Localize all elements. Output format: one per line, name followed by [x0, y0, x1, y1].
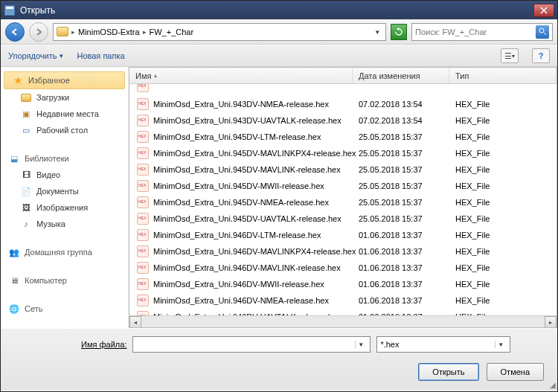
path-segment-2[interactable]: FW_+_Char [150, 28, 194, 36]
file-date: 01.06.2018 13:37 [359, 312, 455, 315]
sidebar-downloads[interactable]: Загрузки [1, 89, 128, 106]
table-row[interactable]: MinimOsd_Extra_Uni.946DV-LTM-release.hex… [129, 227, 557, 243]
col-type[interactable]: Тип [449, 68, 557, 83]
table-row[interactable]: MinimOsd_Extra_Uni.945DV-MWII-release.he… [129, 178, 557, 194]
desktop-icon: ▭ [20, 124, 32, 136]
file-date: 01.06.2018 13:37 [359, 247, 455, 256]
table-row[interactable]: MinimOsd_Extra_Uni.946DV-NMEA-release.he… [129, 292, 557, 309]
file-name: MinimOsd_Extra_Uni.946DV-MAVLINK-release… [153, 263, 359, 272]
scroll-right-arrow[interactable]: ▸ [545, 316, 557, 328]
scroll-track[interactable] [141, 316, 545, 327]
table-row[interactable]: MinimOsd_Extra_Uni.946DV-MAVLINKPX4-rele… [129, 243, 557, 260]
cancel-button[interactable]: Отмена [487, 363, 544, 381]
table-row[interactable] [129, 84, 557, 94]
sidebar-homegroup[interactable]: 👥Домашняя группа [1, 244, 128, 260]
file-name: MinimOsd_Extra_Uni.945DV-UAVTALK-release… [153, 214, 359, 223]
file-type: HEX_File [455, 116, 557, 125]
table-row[interactable]: MinimOsd_Extra_Uni.945DV-MAVLINK-release… [129, 161, 557, 178]
forward-button[interactable] [29, 22, 48, 42]
homegroup-icon: 👥 [8, 246, 20, 258]
file-name: MinimOsd_Extra_Uni.945DV-MWII-release.he… [153, 181, 359, 190]
file-date: 01.06.2018 13:37 [359, 280, 455, 289]
hex-file-icon [137, 84, 149, 92]
hex-file-icon [137, 229, 149, 241]
hex-file-icon [137, 147, 149, 159]
view-options-button[interactable]: ☰ ▾ [501, 48, 519, 63]
col-date[interactable]: Дата изменения [353, 68, 449, 83]
file-date: 01.06.2018 13:37 [359, 296, 455, 305]
table-row[interactable]: MinimOsd_Extra_Uni.943DV-NMEA-release.he… [129, 96, 557, 112]
refresh-button[interactable] [391, 24, 407, 40]
hex-file-icon [137, 213, 149, 225]
sidebar-images[interactable]: 🖼Изображения [1, 199, 128, 216]
svg-rect-1 [6, 7, 13, 9]
table-row[interactable]: MinimOsd_Extra_Uni.943DV-UAVTALK-release… [129, 112, 557, 129]
close-button[interactable] [533, 4, 554, 17]
file-date: 01.06.2018 13:37 [359, 263, 455, 272]
hex-file-icon [137, 98, 149, 110]
file-type: HEX_File [455, 231, 557, 240]
sidebar: ★Избранное Загрузки ▣Недавние места ▭Раб… [1, 67, 129, 328]
sidebar-recent[interactable]: ▣Недавние места [1, 106, 128, 122]
hex-file-icon [137, 131, 149, 143]
sidebar-favorites[interactable]: ★Избранное [4, 71, 125, 89]
file-date: 25.05.2018 15:37 [359, 198, 455, 207]
star-icon: ★ [12, 74, 24, 86]
hex-file-icon [137, 196, 149, 208]
chevron-down-icon[interactable]: ▾ [495, 341, 507, 348]
scroll-left-arrow[interactable]: ◂ [129, 316, 141, 328]
file-type: HEX_File [455, 181, 557, 190]
new-folder-button[interactable]: Новая папка [77, 51, 124, 60]
search-input[interactable]: Поиск: FW_+_Char [411, 23, 553, 41]
table-row[interactable]: MinimOsd_Extra_Uni.946DV-UAVTALK-release… [129, 309, 557, 315]
file-type: HEX_File [455, 263, 557, 272]
chevron-down-icon[interactable]: ▾ [355, 341, 367, 348]
file-name: MinimOsd_Extra_Uni.946DV-MAVLINKPX4-rele… [153, 247, 359, 256]
computer-icon: 🖥 [8, 274, 20, 286]
sidebar-network[interactable]: 🌐Сеть [1, 301, 128, 317]
chevron-down-icon: ▾ [60, 52, 63, 60]
help-button[interactable]: ? [532, 48, 550, 63]
horizontal-scrollbar[interactable]: ◂ ▸ [129, 315, 557, 327]
file-list: MinimOsd_Extra_Uni.943DV-NMEA-release.he… [129, 84, 557, 315]
filename-input[interactable]: ▾ [132, 336, 371, 353]
hex-file-icon [137, 278, 149, 290]
filetype-filter[interactable]: *.hex▾ [376, 336, 510, 353]
search-icon[interactable] [536, 25, 549, 39]
sidebar-music[interactable]: ♪Музыка [1, 216, 128, 232]
file-type: HEX_File [455, 149, 557, 158]
back-button[interactable] [5, 22, 25, 42]
network-icon: 🌐 [8, 303, 20, 315]
file-type: HEX_File [455, 312, 557, 315]
table-row[interactable]: MinimOsd_Extra_Uni.945DV-LTM-release.hex… [129, 129, 557, 145]
table-row[interactable]: MinimOsd_Extra_Uni.946DV-MWII-release.he… [129, 276, 557, 292]
hex-file-icon [137, 295, 149, 306]
file-date: 25.05.2018 15:37 [359, 181, 455, 190]
table-row[interactable]: MinimOsd_Extra_Uni.945DV-MAVLINKPX4-rele… [129, 145, 557, 161]
organize-menu[interactable]: Упорядочить ▾ [8, 51, 63, 60]
open-button[interactable]: Открыть [418, 363, 478, 381]
file-type: HEX_File [455, 296, 557, 305]
file-name: MinimOsd_Extra_Uni.943DV-UAVTALK-release… [153, 116, 359, 125]
music-icon: ♪ [20, 218, 32, 230]
file-date: 25.05.2018 15:37 [359, 214, 455, 223]
sidebar-video[interactable]: 🎞Видео [1, 167, 128, 183]
path-dropdown[interactable]: ▾ [373, 28, 382, 36]
svg-point-2 [539, 28, 544, 33]
table-row[interactable]: MinimOsd_Extra_Uni.946DV-MAVLINK-release… [129, 260, 557, 276]
file-type: HEX_File [455, 214, 557, 223]
breadcrumb[interactable]: ▸ MinimOSD-Extra ▸ FW_+_Char ▾ [53, 23, 386, 41]
table-row[interactable]: MinimOsd_Extra_Uni.945DV-NMEA-release.he… [129, 194, 557, 211]
file-name: MinimOsd_Extra_Uni.945DV-LTM-release.hex [153, 132, 359, 141]
path-segment-1[interactable]: MinimOSD-Extra [78, 28, 140, 36]
resize-grip[interactable]: ◢ [550, 381, 556, 389]
sidebar-documents[interactable]: 📄Документы [1, 183, 128, 199]
col-name[interactable]: Имя ▴ [129, 68, 353, 83]
sidebar-computer[interactable]: 🖥Компьютер [1, 272, 128, 289]
toolbar: Упорядочить ▾ Новая папка ☰ ▾ ? [1, 45, 557, 67]
titlebar: Открыть [1, 1, 557, 19]
nav-bar: ▸ MinimOSD-Extra ▸ FW_+_Char ▾ Поиск: FW… [1, 19, 557, 45]
sidebar-libraries[interactable]: ⬓Библиотеки [1, 150, 128, 167]
table-row[interactable]: MinimOsd_Extra_Uni.945DV-UAVTALK-release… [129, 211, 557, 227]
sidebar-desktop[interactable]: ▭Рабочий стол [1, 122, 128, 138]
